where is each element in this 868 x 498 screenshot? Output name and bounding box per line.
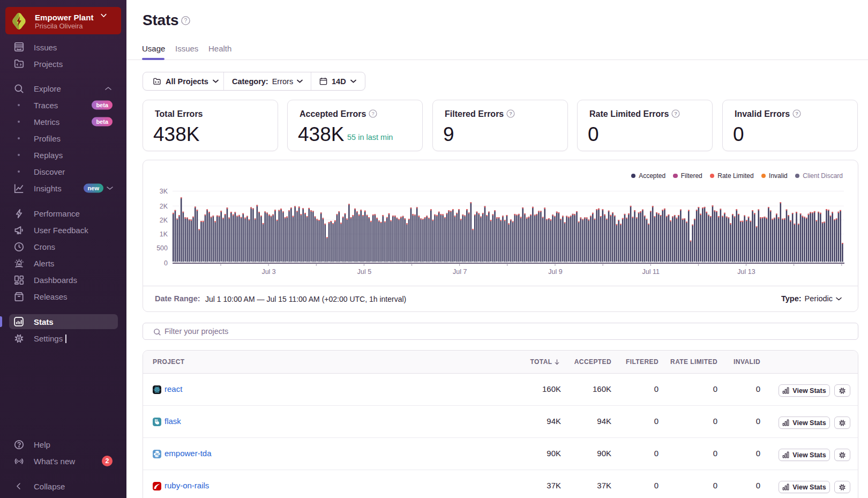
svg-text:?: ? [184,17,188,24]
svg-text:500: 500 [156,244,168,252]
svg-text:2K: 2K [160,217,168,224]
svg-text:Jul 7: Jul 7 [453,268,467,276]
svg-text:3K: 3K [160,188,168,195]
svg-text:0: 0 [164,259,168,267]
svg-text:Jul 3: Jul 3 [261,268,275,276]
svg-text:?: ? [674,110,677,116]
svg-text:?: ? [371,110,374,116]
svg-text:?: ? [795,110,798,116]
svg-text:2K: 2K [160,203,168,210]
svg-text:?: ? [509,110,512,116]
svg-text:Jul 13: Jul 13 [737,268,755,276]
svg-text:1K: 1K [160,231,168,238]
svg-text:Jul 5: Jul 5 [357,268,371,276]
svg-text:Jul 9: Jul 9 [548,268,562,276]
svg-text:Jul 11: Jul 11 [642,268,659,276]
